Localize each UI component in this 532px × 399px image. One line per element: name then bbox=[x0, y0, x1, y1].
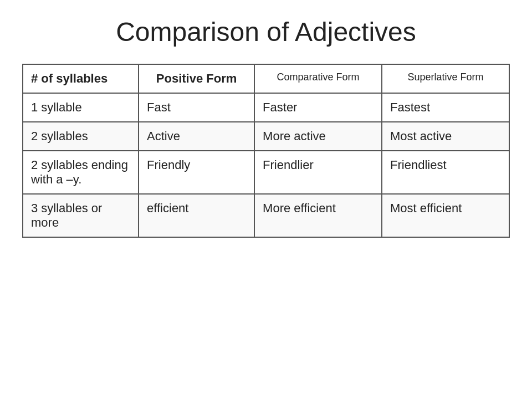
header-positive: Positive Form bbox=[139, 64, 254, 93]
cell-comparative: Faster bbox=[254, 93, 382, 122]
cell-superlative: Most efficient bbox=[382, 194, 509, 237]
cell-syllables: 1 syllable bbox=[23, 93, 139, 122]
header-syllables: # of syllables bbox=[23, 64, 139, 93]
comparison-table: # of syllables Positive Form Comparative… bbox=[22, 64, 510, 238]
cell-comparative: More active bbox=[254, 122, 382, 151]
cell-positive: Fast bbox=[139, 93, 254, 122]
cell-positive: efficient bbox=[139, 194, 254, 237]
cell-comparative: More efficient bbox=[254, 194, 382, 237]
cell-positive: Friendly bbox=[139, 151, 254, 194]
cell-superlative: Fastest bbox=[382, 93, 509, 122]
table-row: 2 syllables ending with a –y.FriendlyFri… bbox=[23, 151, 509, 194]
table-row: 3 syllables or moreefficientMore efficie… bbox=[23, 194, 509, 237]
table-header-row: # of syllables Positive Form Comparative… bbox=[23, 64, 509, 93]
cell-positive: Active bbox=[139, 122, 254, 151]
cell-syllables: 2 syllables ending with a –y. bbox=[23, 151, 139, 194]
cell-superlative: Most active bbox=[382, 122, 509, 151]
header-comparative: Comparative Form bbox=[254, 64, 382, 93]
page-title: Comparison of Adjectives bbox=[116, 17, 416, 47]
cell-syllables: 2 syllables bbox=[23, 122, 139, 151]
cell-comparative: Friendlier bbox=[254, 151, 382, 194]
header-superlative: Superlative Form bbox=[382, 64, 509, 93]
table-row: 1 syllableFastFasterFastest bbox=[23, 93, 509, 122]
table-row: 2 syllablesActiveMore activeMost active bbox=[23, 122, 509, 151]
cell-superlative: Friendliest bbox=[382, 151, 509, 194]
cell-syllables: 3 syllables or more bbox=[23, 194, 139, 237]
